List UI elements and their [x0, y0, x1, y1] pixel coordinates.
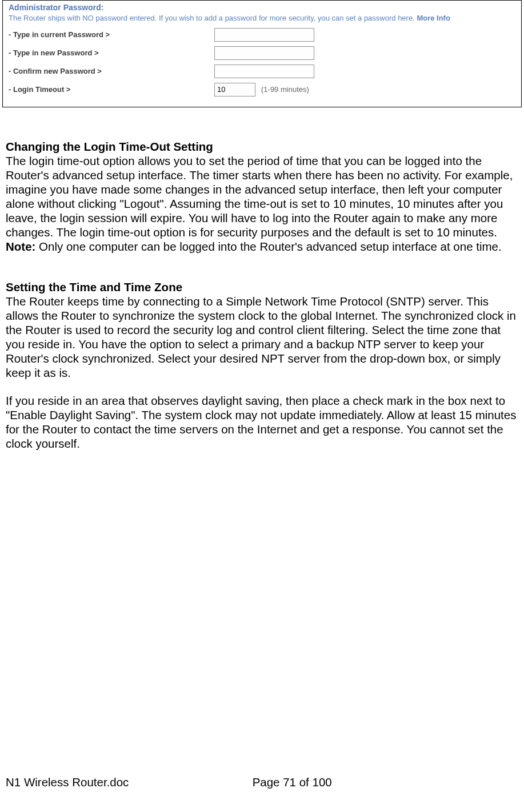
section-1-text-a: The login time-out option allows you to …: [6, 154, 513, 239]
field-new-password: - Type in new Password >: [9, 46, 515, 60]
section-2-heading: Setting the Time and Time Zone: [6, 280, 518, 294]
section-1-paragraph: The login time-out option allows you to …: [6, 154, 518, 254]
login-timeout-label: - Login Timeout >: [9, 85, 214, 94]
page-footer: N1 Wireless Router.doc Page 71 of 100: [0, 775, 524, 789]
section-2-paragraph-1: The Router keeps time by connecting to a…: [6, 294, 518, 380]
confirm-password-input[interactable]: [214, 65, 314, 78]
panel-title: Administrator Password:: [9, 3, 515, 12]
document-body: Changing the Login Time-Out Setting The …: [0, 107, 524, 451]
section-1-heading: Changing the Login Time-Out Setting: [6, 139, 518, 154]
footer-filename: N1 Wireless Router.doc: [0, 775, 129, 789]
confirm-password-label: - Confirm new Password >: [9, 67, 214, 75]
note-label: Note:: [6, 240, 35, 253]
field-current-password: - Type in current Password >: [9, 28, 515, 42]
login-timeout-input[interactable]: [214, 83, 255, 97]
panel-desc-text: The Router ships with NO password entere…: [9, 14, 417, 22]
admin-password-panel: Administrator Password: The Router ships…: [2, 0, 522, 107]
footer-page-number: Page 71 of 100: [129, 775, 524, 789]
field-confirm-password: - Confirm new Password >: [9, 65, 515, 78]
login-timeout-suffix: (1-99 minutes): [261, 85, 309, 94]
more-info-link[interactable]: More Info: [417, 14, 450, 22]
section-2-paragraph-2: If you reside in an area that observes d…: [6, 393, 518, 451]
new-password-label: - Type in new Password >: [9, 49, 214, 57]
current-password-label: - Type in current Password >: [9, 30, 214, 39]
panel-description: The Router ships with NO password entere…: [9, 13, 515, 23]
new-password-input[interactable]: [214, 46, 314, 60]
section-1-text-b: Only one computer can be logged into the…: [35, 240, 501, 253]
current-password-input[interactable]: [214, 28, 314, 42]
field-login-timeout: - Login Timeout > (1-99 minutes): [9, 83, 515, 97]
